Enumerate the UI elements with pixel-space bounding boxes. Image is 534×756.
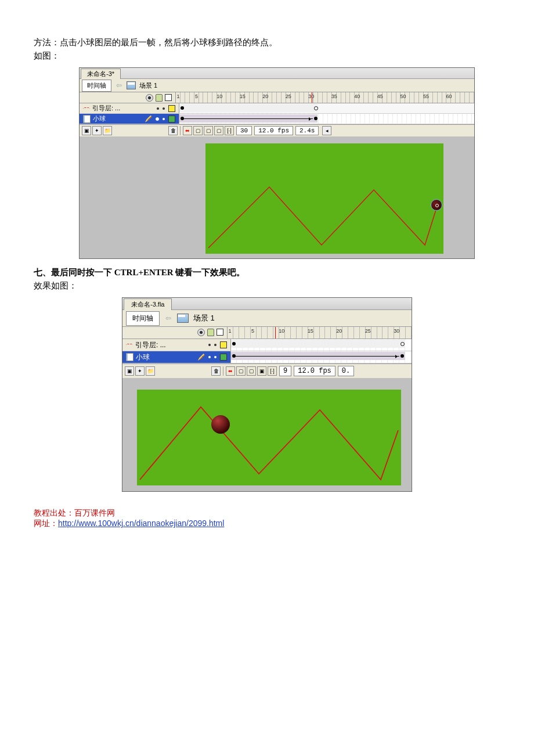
scroll-left-icon[interactable]: ◂: [322, 126, 331, 135]
guide-layer-row[interactable]: 引导层: ...: [122, 339, 231, 351]
ball-symbol[interactable]: [431, 199, 442, 211]
outline-color-box[interactable]: [220, 341, 227, 348]
step-seven-text: 七、最后同时按一下 CTRL+ENTER 键看一下效果吧。: [34, 267, 500, 278]
onion-outlines-icon[interactable]: ▢: [204, 126, 213, 135]
center-frame-icon[interactable]: ⬌: [226, 366, 235, 376]
timeline-button[interactable]: 时间轴: [126, 311, 160, 326]
ball-layer-row[interactable]: 小球: [80, 114, 179, 124]
playhead[interactable]: [275, 327, 276, 339]
add-layer-icon[interactable]: ▣: [82, 126, 91, 135]
url-label: 网址：: [34, 519, 58, 528]
layer-name: 小球: [93, 114, 106, 123]
lock-column-icon[interactable]: [156, 94, 163, 102]
guide-layer-frames[interactable]: [179, 103, 474, 113]
flash-screenshot-1: 未命名-3* 时间轴 ⇦ 场景 1 引导层:: [79, 67, 475, 259]
pencil-icon: [198, 354, 205, 361]
visibility-dot[interactable]: [157, 107, 159, 110]
effect-text: 效果如图：: [34, 280, 500, 291]
layer-name: 引导层: ...: [135, 340, 166, 350]
edit-multiple-icon[interactable]: ▢: [214, 126, 223, 135]
layer-name: 小球: [136, 352, 150, 362]
layer-icon: [126, 353, 134, 361]
fps-box: 12.0 fps: [254, 126, 293, 135]
guide-layer-frames[interactable]: [231, 339, 412, 351]
center-frame-icon[interactable]: ⬌: [183, 126, 192, 135]
lock-dot[interactable]: [214, 344, 217, 346]
back-arrow-icon[interactable]: ⇦: [164, 314, 172, 322]
document-tab[interactable]: 未命名-3.fla: [124, 298, 172, 310]
outline-color-box[interactable]: [220, 354, 227, 361]
as-pic-text: 如图：: [34, 51, 500, 62]
stage-area[interactable]: [80, 136, 474, 258]
scene-label[interactable]: 场景 1: [139, 81, 157, 90]
playhead[interactable]: [312, 92, 312, 103]
motion-path: [137, 390, 401, 485]
outline-color-box[interactable]: [168, 116, 175, 123]
flash-screenshot-2: 未命名-3.fla 时间轴 ⇦ 场景 1 引: [122, 297, 412, 492]
onion-markers-icon[interactable]: [·]: [225, 126, 234, 135]
lock-column-icon[interactable]: [207, 329, 214, 336]
elapsed-time-box: 2.4s: [295, 126, 319, 135]
lock-dot[interactable]: [214, 356, 217, 358]
ball-layer-row[interactable]: 小球: [122, 351, 231, 363]
scene-icon: [127, 81, 136, 89]
add-guide-icon[interactable]: ✦: [135, 366, 145, 376]
add-folder-icon[interactable]: 📁: [146, 366, 155, 376]
source-text: 教程出处：百万课件网: [34, 508, 500, 519]
eye-column-icon[interactable]: [197, 329, 205, 336]
motion-guide-icon: [83, 106, 90, 111]
timeline-button[interactable]: 时间轴: [82, 80, 111, 92]
method-text: 方法：点击小球图层的最后一帧，然后将小球移到路径的终点。: [34, 37, 500, 48]
frame-ruler[interactable]: [228, 327, 412, 339]
current-frame-box: 9: [279, 366, 291, 376]
fps-box: 12.0 fps: [294, 366, 335, 376]
ball-symbol: [211, 415, 230, 434]
guide-layer-row[interactable]: 引导层: ...: [80, 103, 179, 113]
lock-dot[interactable]: [163, 118, 165, 120]
trash-icon[interactable]: 🗑: [211, 366, 221, 376]
scene-label[interactable]: 场景 1: [193, 313, 215, 323]
ball-layer-frames[interactable]: [179, 114, 474, 124]
onion-outlines-icon[interactable]: ▢: [247, 366, 256, 376]
visibility-dot[interactable]: [208, 356, 211, 358]
current-frame-box: 30: [236, 126, 252, 135]
onion-markers-icon[interactable]: [·]: [268, 366, 277, 376]
source-url-link[interactable]: http://www.100wkj.cn/diannaokejian/2099.…: [58, 519, 224, 528]
trash-icon[interactable]: 🗑: [168, 126, 178, 135]
onion-skin-icon[interactable]: ▢: [193, 126, 203, 135]
layer-name: 引导层: ...: [92, 104, 120, 113]
outline-column-icon[interactable]: [165, 94, 172, 101]
edit-multiple-icon[interactable]: ▣: [257, 366, 266, 376]
document-tab[interactable]: 未命名-3*: [81, 69, 121, 79]
elapsed-time-box: 0.: [338, 366, 354, 376]
stage-area[interactable]: [122, 378, 412, 491]
eye-column-icon[interactable]: [146, 94, 153, 102]
pencil-icon: [145, 116, 152, 123]
ball-layer-frames[interactable]: [231, 351, 412, 363]
outline-color-box[interactable]: [168, 105, 175, 112]
back-arrow-icon[interactable]: ⇦: [115, 81, 123, 89]
motion-path: [205, 143, 443, 254]
visibility-dot[interactable]: [156, 117, 159, 121]
add-folder-icon[interactable]: 📁: [103, 126, 112, 135]
add-guide-icon[interactable]: ✦: [92, 126, 102, 135]
outline-column-icon[interactable]: [217, 329, 223, 336]
frame-ruler[interactable]: [176, 92, 474, 103]
layer-icon: [83, 115, 91, 123]
onion-skin-icon[interactable]: ▢: [236, 366, 246, 376]
lock-dot[interactable]: [163, 107, 165, 110]
scene-icon: [177, 314, 189, 323]
visibility-dot[interactable]: [208, 344, 211, 346]
add-layer-icon[interactable]: ▣: [125, 366, 134, 376]
motion-guide-icon: [126, 342, 133, 348]
